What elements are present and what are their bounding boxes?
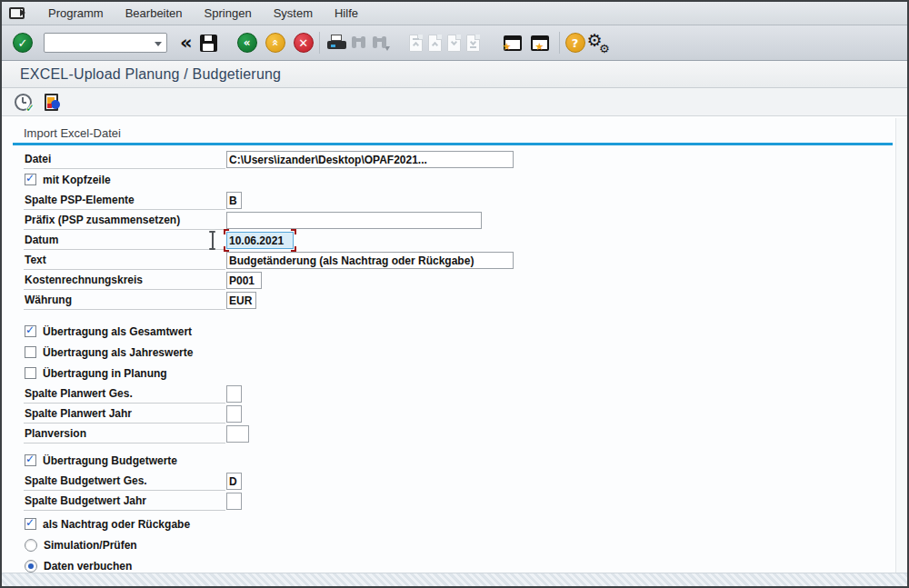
- enter-button[interactable]: ✓: [13, 33, 33, 53]
- uebertragung-planung-checkbox[interactable]: [25, 367, 36, 379]
- toolbar-separator: [559, 32, 560, 54]
- scrollbar-track[interactable]: [895, 118, 907, 573]
- page-arrow: [470, 38, 476, 45]
- checkbox-label: Übertragung in Planung: [43, 367, 167, 380]
- command-field-input[interactable]: [47, 35, 149, 51]
- menu-bar: Programm Bearbeiten Springen System Hilf…: [2, 2, 907, 25]
- field-row-planwert-ges: Spalte Planwert Ges.: [24, 384, 907, 404]
- field-row-planwert-jahr: Spalte Planwert Jahr: [24, 404, 907, 424]
- page-arrow: [451, 38, 457, 45]
- uebertragung-gesamtwert-checkbox[interactable]: [25, 325, 36, 337]
- menu-item-system[interactable]: System: [263, 4, 324, 23]
- field-label: Datum: [24, 231, 225, 250]
- field-row-planversion: Planversion: [24, 424, 907, 443]
- menu-item-hilfe[interactable]: Hilfe: [324, 4, 369, 23]
- field-label: Planversion: [24, 424, 225, 443]
- radio-label: Daten verbuchen: [44, 560, 132, 573]
- customize-layout-icon[interactable]: ⚙⚙: [587, 33, 609, 53]
- datum-focus-wrapper: [226, 232, 294, 250]
- checkbox-label: Übertragung Budgetwerte: [43, 454, 177, 467]
- menu-item-programm[interactable]: Programm: [37, 4, 115, 23]
- content-area: Import Excel-Datei Datei mit Kopfzeile S…: [2, 116, 907, 573]
- checkbox-row-budgetwerte: Übertragung Budgetwerte: [24, 450, 907, 471]
- field-row-kostenrechnungskreis: Kostenrechnungskreis: [24, 270, 907, 290]
- section-title: Import Excel-Datei: [24, 126, 907, 140]
- radio-label: Simulation/Prüfen: [44, 539, 137, 552]
- field-row-datum: Datum: [24, 230, 907, 250]
- execute-icon[interactable]: ✓: [15, 94, 32, 111]
- red-shape: [47, 104, 52, 108]
- menu-item-bearbeiten[interactable]: Bearbeiten: [115, 4, 194, 23]
- checkbox-label: Übertragung als Gesamtwert: [43, 325, 192, 338]
- field-label: Spalte Planwert Jahr: [24, 404, 225, 424]
- chevron-down-icon[interactable]: [155, 42, 162, 46]
- kostenrechnungskreis-input[interactable]: [226, 272, 262, 289]
- focus-corner: [291, 229, 296, 234]
- field-label: Text: [24, 251, 225, 270]
- check-icon: ✓: [18, 36, 28, 50]
- field-row-budgetwert-jahr: Spalte Budgetwert Jahr: [24, 491, 907, 511]
- field-row-waehrung: Währung: [24, 290, 907, 310]
- praefix-input[interactable]: [226, 212, 482, 229]
- create-shortcut-icon[interactable]: ★: [531, 35, 549, 51]
- spalte-budgetwert-ges-input[interactable]: [226, 473, 242, 490]
- checkbox-row-mit-kopfzeile: mit Kopfzeile: [24, 169, 907, 190]
- excel-document-icon[interactable]: [45, 94, 58, 111]
- cancel-button[interactable]: ✕: [294, 33, 314, 53]
- standard-toolbar: ✓ « « « ✕ ★ ★ ? ⚙⚙: [2, 25, 907, 61]
- spalte-psp-input[interactable]: [226, 192, 242, 209]
- page-arrow: [432, 41, 438, 47]
- checkbox-row-nachtrag: als Nachtrag oder Rückgabe: [24, 513, 907, 534]
- find-icon: [351, 36, 366, 49]
- text-input[interactable]: [226, 252, 514, 269]
- nachtrag-rueckgabe-checkbox[interactable]: [25, 518, 36, 530]
- page-down-icon: [447, 35, 461, 52]
- uebertragung-budgetwerte-checkbox[interactable]: [25, 454, 36, 466]
- field-label: Spalte Budgetwert Ges.: [24, 472, 225, 491]
- chevron-up-icon: «: [269, 39, 282, 46]
- radio-row-simulation: Simulation/Prüfen: [24, 534, 907, 555]
- double-chevron-left-icon: «: [244, 36, 251, 49]
- toolbar-separator: [319, 32, 320, 54]
- page-title: EXCEL-Upload Planung / Budgetierung: [20, 66, 281, 83]
- waehrung-input[interactable]: [226, 292, 256, 309]
- field-label: Datei: [24, 150, 225, 169]
- new-session-icon[interactable]: ★: [504, 35, 522, 51]
- menu-item-springen[interactable]: Springen: [194, 4, 263, 23]
- planversion-input[interactable]: [226, 425, 249, 443]
- sap-window: Programm Bearbeiten Springen System Hilf…: [0, 0, 909, 588]
- checkbox-row-gesamtwert: Übertragung als Gesamtwert: [24, 321, 907, 342]
- back-icon[interactable]: «: [180, 34, 193, 52]
- save-icon[interactable]: [200, 35, 217, 52]
- page-arrow: [413, 41, 419, 47]
- field-row-text: Text: [24, 250, 907, 270]
- uebertragung-jahreswerte-checkbox[interactable]: [25, 346, 36, 358]
- mit-kopfzeile-checkbox[interactable]: [25, 174, 36, 185]
- focus-corner: [224, 229, 229, 234]
- back-button[interactable]: «: [237, 33, 257, 53]
- checkbox-label: Übertragung als Jahreswerte: [43, 346, 193, 359]
- form-body: Datei mit Kopfzeile Spalte PSP-Elemente …: [2, 149, 907, 576]
- spalte-planwert-ges-input[interactable]: [226, 385, 242, 403]
- check-icon: ✓: [25, 102, 35, 115]
- field-label: Spalte Budgetwert Jahr: [24, 492, 225, 511]
- field-row-praefix: Präfix (PSP zusammensetzen): [24, 210, 907, 230]
- system-menu-icon[interactable]: [9, 7, 25, 19]
- spalte-planwert-jahr-input[interactable]: [226, 405, 242, 423]
- field-row-spalte-psp: Spalte PSP-Elemente: [24, 190, 907, 210]
- simulation-pruefen-radio[interactable]: [25, 539, 37, 552]
- binocular-bridge: [377, 38, 382, 42]
- blue-shape: [51, 100, 60, 109]
- print-icon[interactable]: [327, 35, 346, 51]
- exit-button[interactable]: «: [265, 33, 285, 53]
- command-field-wrapper: [44, 33, 167, 53]
- daten-verbuchen-radio[interactable]: [25, 560, 37, 573]
- help-button[interactable]: ?: [565, 33, 585, 53]
- field-label: Währung: [24, 291, 225, 310]
- spalte-budgetwert-jahr-input[interactable]: [226, 493, 242, 510]
- datum-input[interactable]: [226, 232, 294, 249]
- section-divider: [13, 143, 893, 145]
- datei-input[interactable]: [226, 151, 514, 168]
- next-mark: [385, 46, 390, 51]
- last-page-icon: [466, 35, 480, 52]
